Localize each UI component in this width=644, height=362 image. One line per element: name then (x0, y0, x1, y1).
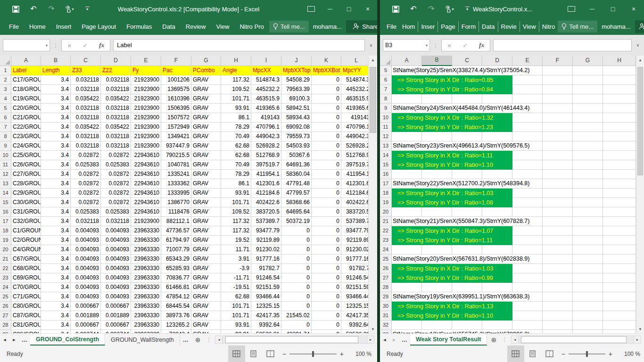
row-header[interactable]: 24 (380, 245, 392, 255)
strong-story-highlight-cell[interactable]: => Strong Story in Y Dir : Ratio=1.10 (392, 160, 512, 170)
cell[interactable] (573, 226, 603, 236)
cell[interactable]: 117.32 (221, 75, 251, 85)
cell[interactable]: GRAV (191, 207, 221, 217)
column-header-b[interactable]: B (41, 56, 71, 66)
cell[interactable] (543, 330, 573, 333)
cell[interactable]: 0 (312, 311, 341, 321)
account-name[interactable]: mohama... (309, 21, 346, 33)
cell[interactable]: 1333995 (161, 189, 191, 198)
cell[interactable]: 0.032118 (71, 141, 101, 151)
cell[interactable] (603, 273, 636, 283)
row-header[interactable]: 21 (0, 255, 11, 264)
cell[interactable]: 0 (312, 217, 341, 226)
page-layout-view-button[interactable] (245, 346, 262, 362)
cell[interactable] (543, 255, 573, 264)
cell[interactable]: GRAV (191, 245, 221, 255)
row-header[interactable]: 29 (380, 292, 392, 302)
cell[interactable] (603, 85, 636, 94)
cell[interactable]: 3.4 (41, 264, 71, 273)
cell[interactable]: 23963330 (131, 283, 161, 292)
cell[interactable] (392, 283, 422, 292)
cell[interactable]: 54508.29 (281, 75, 312, 85)
header-cell[interactable]: MpbXXTop (281, 66, 312, 75)
cell[interactable]: 526928.2 (341, 141, 368, 151)
ribbon-tab-nitro-pro[interactable]: Nitro Pro (234, 21, 269, 33)
cell[interactable]: GRAV (191, 255, 221, 264)
cell[interactable]: 449042.3 (341, 132, 368, 141)
cell[interactable]: 61466.81 (161, 283, 191, 292)
more-sheets-right-button[interactable]: … (180, 337, 191, 343)
cell[interactable]: 22943610 (131, 207, 161, 217)
row-header[interactable]: 16 (380, 170, 392, 179)
cell[interactable]: 86.1 (221, 113, 251, 123)
cell[interactable]: 1335241 (161, 170, 191, 179)
cell[interactable]: 3.4 (41, 75, 71, 85)
cell[interactable]: 23963330 (131, 330, 161, 333)
cell[interactable]: 9392.64 (251, 321, 281, 330)
cell[interactable]: 22943610 (131, 170, 161, 179)
story-label-cell[interactable]: StName(Story22)/SrenX(512700.2)/StrnY(54… (392, 179, 543, 189)
normal-view-button[interactable] (507, 346, 524, 362)
cell[interactable]: 0.002744 (71, 330, 101, 333)
cell[interactable] (543, 207, 573, 217)
cell[interactable]: 397519.7 (251, 160, 281, 170)
cell[interactable] (573, 189, 603, 198)
cell[interactable]: 1349421 (161, 132, 191, 141)
ribbon-tab-page-layout[interactable]: Page Layout (76, 21, 121, 33)
cell[interactable]: 21545.02 (281, 311, 312, 321)
scroll-down-icon[interactable]: ▼ (369, 325, 377, 333)
cell[interactable]: 3.4 (41, 217, 71, 226)
cell[interactable] (603, 255, 636, 264)
cell[interactable]: 0.002744 (101, 330, 131, 333)
cell[interactable] (573, 151, 603, 160)
cell[interactable]: 0.032118 (101, 104, 131, 113)
cell[interactable]: 0.032118 (71, 104, 101, 113)
cell[interactable]: 3.4 (41, 132, 71, 141)
cell[interactable]: 21923900 (131, 113, 161, 123)
cell[interactable]: 445232.2 (341, 85, 368, 94)
ribbon-tab-insert[interactable]: Insert (51, 21, 77, 33)
cell[interactable] (573, 85, 603, 94)
cell[interactable] (543, 217, 573, 226)
more-sheets-left-button[interactable]: … (399, 337, 410, 343)
cell[interactable]: 0 (281, 283, 312, 292)
cell[interactable]: 0.000667 (71, 321, 101, 330)
cell[interactable] (543, 311, 573, 321)
column-header-c[interactable]: C (452, 56, 482, 66)
cell[interactable]: GRAV (191, 273, 221, 283)
cell[interactable] (512, 264, 543, 273)
strong-story-highlight-cell[interactable]: => Strong Story in X Dir : Ratio=0.85 (392, 75, 512, 85)
cell[interactable]: GRAV (191, 189, 221, 198)
more-sheets-left-button[interactable]: … (19, 337, 30, 343)
header-cell[interactable]: MpcXX (251, 66, 281, 75)
cell[interactable] (573, 113, 603, 123)
ribbon-tab-page[interactable]: Page (438, 21, 458, 32)
cell[interactable] (573, 141, 603, 151)
cell[interactable]: 0.004093 (71, 292, 101, 302)
cell[interactable]: 402422.6 (251, 198, 281, 207)
cell[interactable]: 92119.89 (251, 236, 281, 245)
zoom-in-button[interactable]: + (605, 350, 616, 358)
strong-story-highlight-cell[interactable]: => Strong Story in X Dir : Ratio=1.13 (392, 302, 512, 311)
cell[interactable]: 117.32 (221, 217, 251, 226)
cell[interactable]: 463515.9 (341, 94, 368, 104)
cell[interactable]: 0.004093 (101, 226, 131, 236)
header-cell[interactable]: Z33 (71, 66, 101, 75)
ribbon-tab-review[interactable]: Review (181, 21, 211, 33)
cell[interactable]: 0 (312, 170, 341, 179)
cell[interactable]: 0.004093 (101, 245, 131, 255)
cell[interactable]: 0.02872 (101, 151, 131, 160)
cell[interactable]: 3.4 (41, 179, 71, 189)
cell[interactable]: 21923900 (131, 141, 161, 151)
cell[interactable] (603, 245, 636, 255)
cell[interactable]: C26/GROUND (11, 160, 41, 170)
cell[interactable]: 0.032118 (101, 75, 131, 85)
add-sheet-button[interactable]: ⊕ (487, 336, 500, 344)
cell[interactable] (603, 198, 636, 207)
strong-story-highlight-cell[interactable]: => Strong Story in Y Dir : Ratio=1.10 (392, 311, 512, 321)
cell[interactable]: 93.91 (221, 189, 251, 198)
save-button[interactable] (7, 3, 25, 15)
cell[interactable] (543, 198, 573, 207)
strong-story-highlight-cell[interactable]: => Strong Story in X Dir : Ratio=1.07 (392, 226, 512, 236)
cell[interactable] (543, 292, 573, 302)
